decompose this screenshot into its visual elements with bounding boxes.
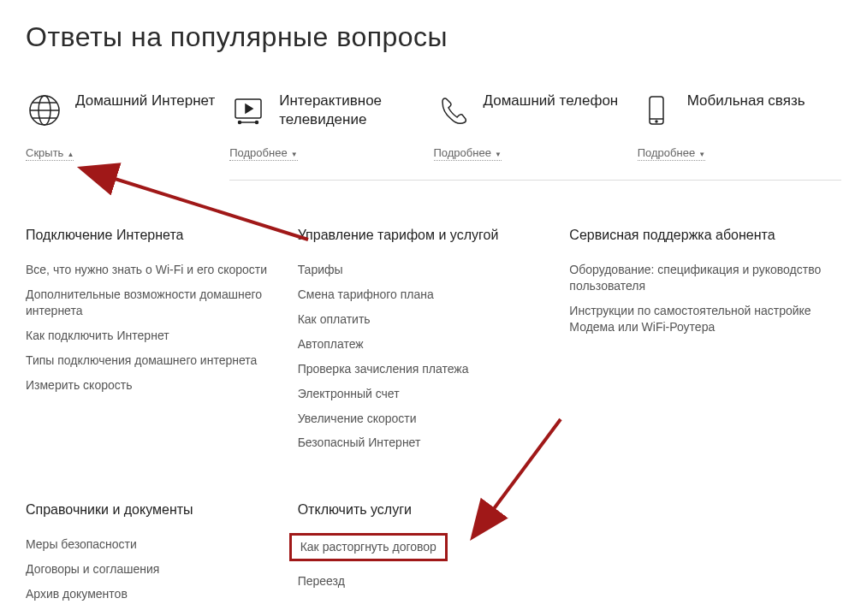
col-title: Подключение Интернета [26, 228, 281, 243]
faq-link[interactable]: Электронный счет [298, 386, 553, 402]
col-title: Отключить услуги [298, 502, 553, 518]
faq-link[interactable]: Автоплатеж [298, 336, 553, 352]
faq-link[interactable]: Безопасный Интернет [298, 435, 553, 451]
faq-link[interactable]: Договоры и соглашения [26, 561, 281, 578]
chevron-up-icon [67, 146, 74, 159]
col-empty [569, 502, 841, 611]
highlighted-link[interactable]: Как расторгнуть договор [289, 533, 448, 561]
faq-link[interactable]: Проверка зачисления платежа [298, 361, 553, 377]
col-tariff: Управление тарифом и услугой Тарифы Смен… [298, 228, 570, 459]
category-row: Домашний Интернет Скрыть Интерактивное т… [26, 92, 841, 161]
svg-point-8 [239, 121, 241, 124]
mobile-icon [638, 92, 675, 129]
link-columns-row2: Справочники и документы Меры безопасност… [26, 502, 841, 611]
page-title: Ответы на популярные вопросы [26, 21, 841, 53]
faq-link[interactable]: Тарифы [298, 262, 553, 278]
col-disconnect: Отключить услуги Как расторгнуть договор… [298, 502, 570, 611]
col-support: Сервисная поддержка абонента Оборудовани… [569, 228, 841, 459]
faq-link[interactable]: Переезд [298, 573, 553, 589]
faq-link[interactable]: Инструкции по самостоятельной настройке … [569, 303, 824, 335]
col-title: Справочники и документы [26, 502, 281, 518]
divider-row [26, 169, 841, 181]
col-title: Управление тарифом и услугой [298, 228, 553, 243]
category-title: Мобильная связь [687, 92, 805, 110]
svg-rect-10 [650, 97, 663, 124]
link-columns-row1: Подключение Интернета Все, что нужно зна… [26, 228, 841, 459]
faq-link[interactable]: Смена тарифного плана [298, 287, 553, 303]
svg-point-12 [656, 121, 657, 122]
faq-link[interactable]: Дополнительные возможности домашнего инт… [26, 287, 281, 319]
faq-link[interactable]: Измерить скорость [26, 377, 281, 394]
globe-icon [26, 92, 63, 129]
faq-link[interactable]: Как подключить Интернет [26, 328, 281, 344]
faq-link[interactable]: Оборудование: спецификация и руководство… [569, 262, 824, 294]
category-mobile[interactable]: Мобильная связь Подробнее [638, 92, 841, 161]
category-tv[interactable]: Интерактивное телевидение Подробнее [229, 92, 433, 161]
chevron-down-icon [495, 146, 502, 159]
chevron-down-icon [291, 146, 298, 159]
category-title: Домашний телефон [484, 92, 619, 110]
faq-link-terminate[interactable]: Как расторгнуть договор [298, 536, 553, 565]
hide-toggle[interactable]: Скрыть [26, 146, 74, 161]
category-title: Интерактивное телевидение [279, 92, 433, 129]
faq-link[interactable]: Увеличение скорости [298, 411, 553, 427]
faq-link[interactable]: Все, что нужно знать о Wi-Fi и его скоро… [26, 262, 281, 278]
chevron-down-icon [698, 146, 705, 159]
tv-icon [229, 92, 267, 129]
faq-link[interactable]: Типы подключения домашнего интернета [26, 352, 281, 369]
details-toggle[interactable]: Подробнее [229, 146, 297, 161]
svg-marker-6 [246, 104, 252, 113]
faq-link[interactable]: Как оплатить [298, 311, 553, 328]
col-title: Сервисная поддержка абонента [569, 228, 824, 243]
phone-icon [434, 92, 472, 129]
category-internet[interactable]: Домашний Интернет Скрыть [26, 92, 229, 161]
col-connection: Подключение Интернета Все, что нужно зна… [26, 228, 298, 459]
details-toggle[interactable]: Подробнее [638, 146, 705, 161]
category-phone[interactable]: Домашний телефон Подробнее [434, 92, 638, 161]
faq-link[interactable]: Архив документов [26, 586, 281, 602]
col-docs: Справочники и документы Меры безопасност… [26, 502, 298, 611]
svg-point-9 [256, 121, 258, 124]
details-toggle[interactable]: Подробнее [434, 146, 502, 161]
category-title: Домашний Интернет [75, 92, 215, 110]
faq-link[interactable]: Меры безопасности [26, 536, 281, 553]
